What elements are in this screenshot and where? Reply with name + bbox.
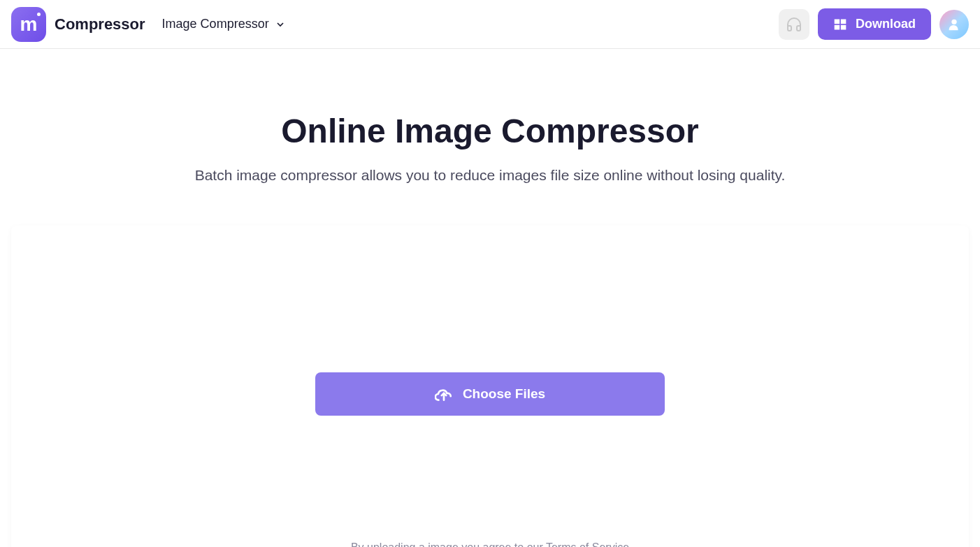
header-left: m Compressor Image Compressor (11, 7, 286, 42)
page-subtitle: Batch image compressor allows you to red… (0, 167, 980, 184)
choose-files-label: Choose Files (463, 386, 545, 402)
svg-point-4 (951, 19, 956, 24)
logo-icon: m (11, 7, 46, 42)
upload-cloud-icon (435, 385, 453, 403)
svg-rect-3 (841, 24, 846, 29)
windows-icon (833, 17, 847, 31)
upload-area[interactable]: Choose Files By uploading a image you ag… (11, 226, 969, 547)
svg-rect-2 (835, 24, 840, 29)
logo-text: Compressor (55, 15, 145, 34)
main-content: Online Image Compressor Batch image comp… (0, 49, 980, 547)
logo-letter: m (20, 13, 38, 36)
user-icon (946, 17, 962, 32)
terms-text: By uploading a image you agree to our Te… (11, 541, 969, 547)
nav-dropdown-label: Image Compressor (162, 17, 269, 31)
choose-files-button[interactable]: Choose Files (315, 372, 665, 416)
chevron-down-icon (275, 19, 286, 30)
terms-prefix: By uploading a image you agree to our (351, 541, 546, 547)
logo-group[interactable]: m Compressor (11, 7, 145, 42)
download-button[interactable]: Download (818, 8, 931, 40)
user-avatar[interactable] (939, 10, 969, 39)
svg-rect-0 (835, 19, 840, 24)
header-right: Download (779, 8, 969, 40)
terms-link[interactable]: Terms of Service (546, 541, 629, 547)
download-button-label: Download (856, 17, 916, 31)
headphones-icon (786, 16, 802, 33)
svg-rect-1 (841, 19, 846, 24)
support-button[interactable] (779, 9, 809, 40)
nav-dropdown[interactable]: Image Compressor (162, 17, 286, 31)
header: m Compressor Image Compressor Down (0, 0, 980, 49)
page-title: Online Image Compressor (0, 112, 980, 150)
